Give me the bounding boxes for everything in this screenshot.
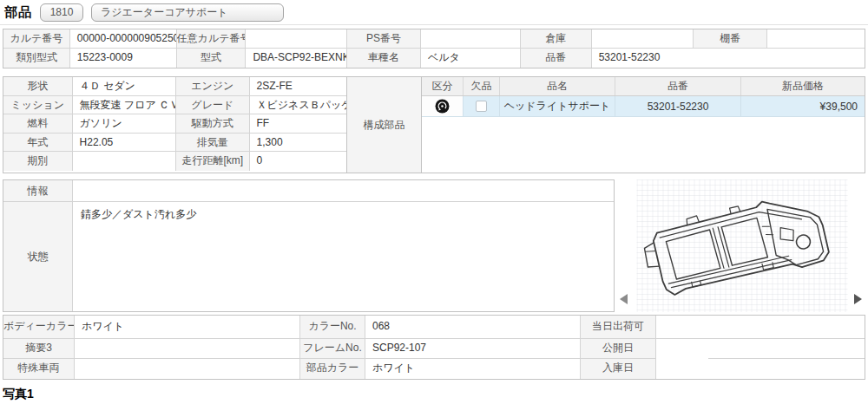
name-header: 品名 (500, 77, 615, 95)
shelf-no-label: 棚番 (694, 29, 767, 49)
body-color-label: ボディーカラー (3, 316, 75, 339)
shape-value: ４Ｄ セダン (73, 77, 176, 96)
part-no-label: 品番 (521, 49, 592, 68)
component-new-price: ¥39,500 (741, 96, 865, 116)
condition-label: 状態 (3, 202, 73, 311)
karte-no-label: カルテ番号 (3, 29, 70, 49)
table-row: 状態 錆多少／ダスト汚れ多少 (3, 202, 614, 311)
part-image-panel (615, 179, 865, 312)
engine-value: 2SZ-FE (250, 77, 346, 96)
release-date-value (656, 339, 865, 359)
mission-value: 無段変速 フロア ＣＶＴ (73, 96, 176, 115)
table-row: 形状 ４Ｄ セダン エンジン 2SZ-FE (3, 77, 346, 96)
remarks3-value (75, 339, 300, 359)
table-row: 特殊車両 部品カラー ホワイト 入庫日 (3, 359, 865, 379)
condition-value: 錆多少／ダスト汚れ多少 (73, 202, 614, 311)
table-row: 年式 H22.05 排気量 1,300 (3, 134, 346, 153)
table-row: ボディーカラー ホワイト カラーNo. 068 当日出荷可 (3, 316, 865, 339)
mileage-label: 走行距離[km] (176, 152, 250, 171)
displacement-label: 排気量 (176, 134, 250, 153)
spec-and-components-section: 形状 ４Ｄ セダン エンジン 2SZ-FE ミッション 無段変速 フロア ＣＶＴ… (3, 76, 865, 173)
ps-no-label: PS番号 (347, 29, 421, 49)
drive-value: FF (250, 114, 346, 134)
recycle-mark-icon (435, 99, 450, 114)
radiator-core-support-line-drawing (636, 179, 848, 312)
stock-in-date-value (656, 359, 865, 379)
warehouse-label: 倉庫 (521, 29, 592, 49)
table-row: カルテ番号 00000-000000905250 任意カルテ番号 PS番号 倉庫… (3, 29, 865, 49)
grade-value: ＸビジネスＢパッケージ (250, 96, 346, 115)
part-no-value: 53201-52230 (592, 49, 865, 68)
fuel-value: ガソリン (73, 114, 176, 134)
drive-label: 駆動方式 (176, 114, 250, 134)
special-vehicle-label: 特殊車両 (3, 359, 75, 379)
parts-detail-page: 部品 1810 ラジエーターコアサポート カルテ番号 00000-0000009… (0, 0, 868, 404)
left-arrow-icon[interactable] (620, 294, 628, 304)
missing-checkbox[interactable] (476, 101, 487, 112)
page-title: 部品 (4, 4, 32, 21)
optional-karte-label: 任意カルテ番号 (177, 29, 247, 49)
kubun-cell (422, 96, 464, 116)
component-parts-section-label: 構成部品 (347, 76, 421, 173)
model-label: 型式 (177, 49, 247, 68)
table-row: 情報 (3, 180, 614, 202)
component-table-header: 区分 欠品 品名 品番 新品価格 (422, 77, 865, 96)
component-name: ヘッドライトサポート (500, 96, 615, 116)
part-code-field[interactable]: 1810 (40, 3, 83, 22)
release-date-label: 公開日 (581, 339, 656, 359)
year-label: 年式 (3, 134, 73, 153)
part-name-field[interactable]: ラジエーターコアサポート (91, 3, 284, 22)
fuel-label: 燃料 (3, 114, 73, 134)
table-row: ミッション 無段変速 フロア ＣＶＴ グレード ＸビジネスＢパッケージ (3, 96, 346, 115)
table-row: 期別 走行距離[km] 0 (3, 152, 346, 171)
missing-cell (464, 96, 500, 116)
karte-no-value: 00000-000000905250 (70, 29, 177, 49)
info-and-image-section: 情報 状態 錆多少／ダスト汚れ多少 (3, 179, 865, 312)
vehicle-spec-table: 形状 ４Ｄ セダン エンジン 2SZ-FE ミッション 無段変速 フロア ＣＶＴ… (3, 76, 347, 173)
stock-in-date-label: 入庫日 (581, 359, 656, 379)
table-row: 燃料 ガソリン 駆動方式 FF (3, 114, 346, 134)
engine-label: エンジン (176, 77, 250, 96)
period-value (73, 152, 176, 171)
image-nav-left-gutter (615, 179, 636, 312)
shelf-no-value (767, 29, 865, 49)
special-vehicle-value (75, 359, 300, 379)
shape-label: 形状 (3, 77, 73, 96)
header-bar: 部品 1810 ラジエーターコアサポート (0, 0, 868, 25)
same-day-ship-label: 当日出荷可 (581, 316, 656, 339)
car-name-value: ベルタ (421, 49, 521, 68)
part-image-viewer[interactable] (636, 179, 848, 312)
component-part-no: 53201-52230 (615, 96, 741, 116)
info-condition-table: 情報 状態 錆多少／ダスト汚れ多少 (3, 179, 615, 312)
info-label: 情報 (3, 180, 73, 201)
year-value: H22.05 (73, 134, 176, 153)
component-row[interactable]: ヘッドライトサポート 53201-52230 ¥39,500 (422, 96, 865, 117)
mileage-value: 0 (250, 152, 346, 171)
part-color-label: 部品カラー (300, 359, 365, 379)
warehouse-value (592, 29, 694, 49)
component-parts-table: 区分 欠品 品名 品番 新品価格 ヘッドライトサポ (421, 76, 865, 173)
part-no-header: 品番 (615, 77, 741, 95)
optional-karte-value (246, 29, 347, 49)
displacement-value: 1,300 (250, 134, 346, 153)
missing-header: 欠品 (464, 77, 500, 95)
mission-label: ミッション (3, 96, 73, 115)
part-color-value: ホワイト (365, 359, 581, 379)
info-value (73, 180, 614, 201)
same-day-ship-value (656, 316, 865, 339)
remarks3-label: 摘要3 (3, 339, 75, 359)
grade-label: グレード (176, 96, 250, 115)
class-model-value: 15223-0009 (70, 49, 177, 68)
new-price-header: 新品価格 (741, 77, 865, 95)
frame-no-label: フレームNo. (300, 339, 365, 359)
color-no-value: 068 (365, 316, 581, 339)
ps-no-value (421, 29, 521, 49)
period-label: 期別 (3, 152, 73, 171)
model-value: DBA-SCP92-BEXNK (246, 49, 347, 68)
body-color-value: ホワイト (75, 316, 300, 339)
frame-no-value: SCP92-107 (365, 339, 581, 359)
class-model-label: 類別型式 (3, 49, 70, 68)
photo-caption: 写真1 (3, 387, 868, 402)
right-arrow-icon[interactable] (854, 294, 862, 304)
kubun-header: 区分 (422, 77, 464, 95)
